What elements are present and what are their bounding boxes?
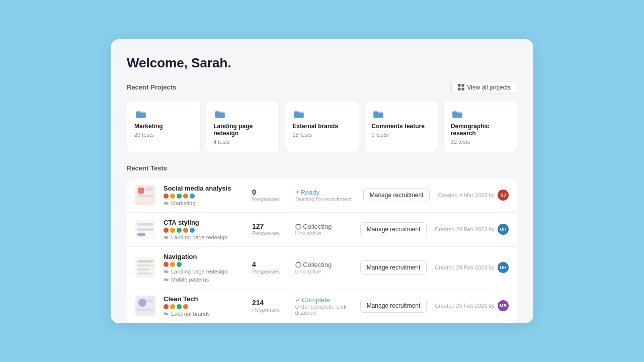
manage-recruitment-button[interactable]: Manage recruitment: [360, 260, 427, 275]
dot: [177, 194, 182, 199]
test-status: Collecting Link active: [295, 261, 352, 275]
grid-icon: [458, 84, 464, 90]
test-info: CTA styling Landing page redesign: [164, 219, 244, 240]
svg-rect-23: [137, 309, 153, 311]
test-info: Social media analysis Marketing: [164, 185, 244, 206]
dot: [170, 262, 175, 267]
dot: [190, 194, 195, 199]
test-dots: [164, 262, 244, 267]
folder-small-icon: [164, 268, 169, 274]
project-card[interactable]: External brands 18 tests: [285, 100, 359, 152]
status-text: • Ready: [296, 188, 355, 196]
dot: [164, 262, 169, 267]
status-sub: Link active: [295, 230, 352, 236]
test-status: Collecting Link active: [295, 223, 352, 236]
project-tests: 4 tests: [213, 139, 272, 145]
pattern-icon: [164, 277, 169, 282]
folder-icon: [213, 108, 226, 121]
manage-recruitment-button[interactable]: Manage recruitment: [363, 188, 430, 202]
test-info: Clean Tech External brands: [164, 295, 244, 317]
test-thumbnail: [135, 296, 155, 316]
dot: [183, 304, 188, 309]
projects-grid: Marketing 20 tests Landing page redesign…: [127, 100, 517, 152]
test-responses: 4 Responses: [252, 260, 287, 275]
test-row: CTA styling Landing page redesign 127 Re…: [127, 213, 517, 247]
folder-small-icon: [164, 311, 169, 316]
project-name: Comments feature: [372, 123, 431, 130]
dot: [164, 228, 169, 233]
project-card[interactable]: Comments feature 9 tests: [364, 100, 438, 152]
test-responses: 127 Responses: [252, 222, 287, 236]
dot: [164, 194, 169, 199]
status-text: Collecting: [295, 223, 352, 230]
recent-tests-section: Recent Tests Social media analysis Marke…: [127, 164, 517, 323]
avatar: UH: [498, 224, 509, 235]
test-thumbnail: [135, 257, 155, 278]
test-folder: Marketing: [164, 200, 244, 206]
dot: [190, 228, 195, 233]
dot: [170, 228, 175, 233]
svg-rect-21: [146, 300, 153, 302]
responses-label: Responses: [252, 196, 288, 202]
status-text: Collecting: [295, 261, 352, 268]
responses-label: Responses: [252, 307, 287, 313]
svg-rect-7: [145, 192, 150, 194]
status-sub: Link active: [295, 268, 352, 275]
recent-projects-label: Recent Projects: [127, 83, 176, 91]
responses-count: 127: [252, 222, 287, 230]
test-meta: Created 28 Feb 2023 by UH: [435, 262, 509, 273]
project-tests: 32 tests: [451, 139, 510, 145]
avatar: MB: [498, 300, 509, 311]
view-all-projects-button[interactable]: View all projects: [451, 81, 517, 94]
folder-small-icon: [164, 234, 169, 240]
folder-icon: [451, 108, 464, 121]
svg-rect-0: [458, 84, 461, 87]
project-tests: 9 tests: [372, 132, 431, 138]
test-thumbnail: [135, 185, 155, 205]
svg-rect-15: [137, 260, 153, 262]
dot: [177, 228, 182, 233]
recent-tests-label: Recent Tests: [127, 164, 167, 172]
svg-rect-5: [138, 188, 144, 194]
test-dots: [164, 194, 244, 199]
folder-icon: [292, 108, 305, 121]
test-status: • Ready Waiting for recruitment: [296, 188, 355, 202]
test-folder: Landing page redesign: [164, 234, 244, 240]
main-card: Welcome, Sarah. Recent Projects View all…: [111, 39, 533, 323]
dot: [170, 304, 175, 309]
svg-rect-9: [138, 198, 149, 200]
avatar: SJ: [498, 190, 509, 201]
test-thumbnail: [135, 219, 155, 239]
responses-count: 4: [252, 260, 287, 268]
responses-count: 0: [252, 188, 288, 196]
test-dots: [164, 304, 244, 309]
test-folder: External brands: [164, 311, 244, 317]
responses-count: 214: [252, 299, 287, 307]
test-meta: Created 25 Feb 2023 by MB: [435, 300, 509, 311]
project-card[interactable]: Marketing 20 tests: [127, 100, 201, 152]
test-folder2: Mobile patterns: [164, 277, 244, 283]
manage-recruitment-button[interactable]: Manage recruitment: [360, 299, 427, 313]
svg-point-20: [138, 299, 146, 307]
svg-rect-1: [461, 84, 464, 87]
status-sub: Order complete, Link disabled: [295, 304, 352, 316]
svg-rect-11: [137, 223, 153, 226]
project-card[interactable]: Demographic research 32 tests: [443, 100, 517, 152]
test-responses: 214 Responses: [252, 299, 287, 313]
welcome-heading: Welcome, Sarah.: [127, 55, 517, 71]
svg-rect-6: [145, 188, 153, 191]
test-row: Social media analysis Marketing 0 Respon…: [127, 178, 517, 213]
status-text: ✓ Complete: [295, 296, 352, 304]
manage-recruitment-button[interactable]: Manage recruitment: [360, 222, 427, 236]
folder-icon: [134, 108, 147, 121]
project-name: Landing page redesign: [213, 123, 272, 137]
svg-rect-3: [461, 88, 464, 91]
svg-rect-8: [138, 195, 153, 197]
project-name: Demographic research: [451, 123, 510, 137]
svg-rect-12: [137, 228, 153, 231]
test-name: CTA styling: [164, 219, 244, 226]
test-row: Clean Tech External brands 214 Responses…: [127, 289, 517, 323]
project-card[interactable]: Landing page redesign 4 tests: [206, 100, 280, 152]
test-name: Social media analysis: [164, 185, 244, 192]
svg-rect-22: [146, 304, 151, 306]
